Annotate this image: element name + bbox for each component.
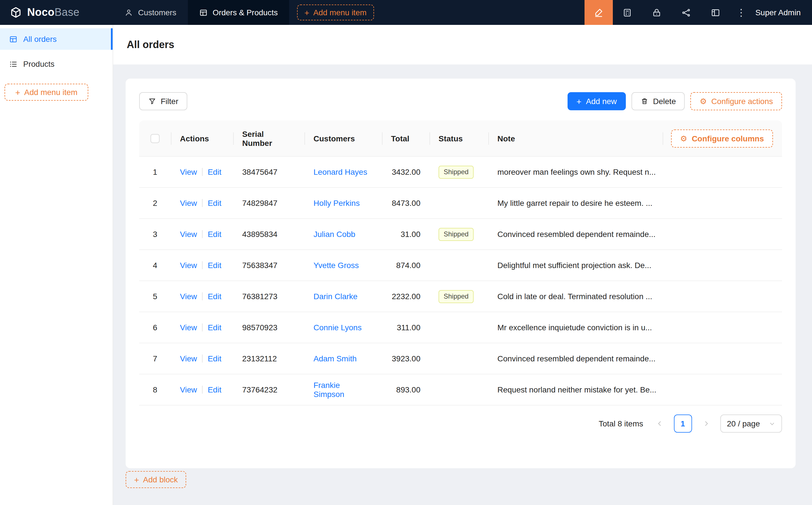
edit-link[interactable]: Edit: [208, 198, 221, 207]
customer-link[interactable]: Adam Smith: [313, 354, 357, 363]
top-navbar-right: ⋮ Super Admin: [584, 0, 812, 25]
add-block-label: Add block: [143, 475, 178, 484]
row-select-cell: 7: [139, 354, 171, 363]
logo-text: NocoBase: [27, 6, 80, 19]
total-cell: 2232.00: [382, 292, 429, 301]
row-select-cell: 2: [139, 198, 171, 207]
gear-icon: ⚙: [680, 134, 687, 142]
customer-link[interactable]: Darin Clarke: [313, 292, 358, 301]
row-index: 8: [153, 385, 157, 394]
more-menu-button[interactable]: ⋮: [730, 0, 752, 25]
configure-actions-button[interactable]: ⚙ Configure actions: [691, 92, 782, 110]
row-actions-cell: View Edit: [171, 354, 233, 363]
delete-button[interactable]: Delete: [632, 92, 685, 110]
add-menu-item-button-top[interactable]: + Add menu item: [297, 5, 374, 20]
divider: [202, 386, 202, 393]
lock-button[interactable]: [642, 0, 672, 25]
customer-cell: Leonard Hayes: [304, 167, 382, 176]
customer-link[interactable]: Julian Cobb: [313, 229, 355, 239]
customer-link[interactable]: Holly Perkins: [313, 198, 360, 207]
customer-link[interactable]: Leonard Hayes: [313, 167, 367, 176]
calculator-button[interactable]: [613, 0, 642, 25]
sidebar-item-all-orders[interactable]: All orders: [0, 28, 113, 50]
note-cell: Convinced resembled dependent remainde..…: [497, 354, 773, 363]
note-cell-wrap: Delightful met sufficient projection ask…: [488, 261, 782, 270]
edit-link[interactable]: Edit: [208, 323, 221, 332]
edit-link[interactable]: Edit: [208, 261, 221, 270]
customer-link[interactable]: Yvette Gross: [313, 261, 359, 270]
configure-columns-button[interactable]: ⚙ Configure columns: [671, 129, 773, 147]
ui-editor-button[interactable]: [584, 0, 613, 25]
api-nodes-button[interactable]: [672, 0, 701, 25]
configure-columns-label: Configure columns: [692, 134, 764, 143]
serial-cell: 23132112: [233, 354, 304, 363]
add-menu-item-button-sidebar[interactable]: + Add menu item: [5, 84, 88, 101]
filter-label: Filter: [161, 97, 178, 106]
view-link[interactable]: View: [180, 198, 197, 207]
divider: [202, 261, 202, 269]
total-cell: 3923.00: [382, 354, 429, 363]
customer-link[interactable]: Frankie Simpson: [313, 381, 344, 399]
page-size-select[interactable]: 20 / page: [720, 414, 782, 433]
customer-link[interactable]: Connie Lyons: [313, 323, 362, 332]
note-cell-wrap: moreover man feelings own shy. Request n…: [488, 167, 782, 176]
customers-person-icon: [125, 8, 133, 17]
table-row: 2 View Edit 74829847 Holly Perkins 8473.…: [139, 188, 782, 219]
row-select-cell: 4: [139, 261, 171, 270]
edit-link[interactable]: Edit: [208, 229, 221, 239]
select-all-checkbox[interactable]: [150, 134, 160, 143]
row-actions-cell: View Edit: [171, 229, 233, 239]
nav-tab-customers[interactable]: Customers: [113, 0, 187, 25]
view-link[interactable]: View: [180, 261, 197, 270]
page-number-1[interactable]: 1: [674, 414, 692, 433]
edit-link[interactable]: Edit: [208, 167, 221, 176]
nav-tab-label: Orders & Products: [213, 8, 278, 17]
serial-cell: 74829847: [233, 198, 304, 207]
status-badge: Shipped: [438, 228, 473, 240]
filter-button[interactable]: Filter: [139, 92, 187, 110]
note-cell-wrap: My little garret repair to desire he est…: [488, 198, 782, 207]
prev-page-button[interactable]: [651, 414, 669, 433]
page-content: Filter + Add new Delete ⚙: [113, 64, 812, 488]
row-index: 7: [153, 354, 157, 363]
serial-cell: 75638347: [233, 261, 304, 270]
customer-cell: Connie Lyons: [304, 323, 382, 332]
customer-cell: Adam Smith: [304, 354, 382, 363]
column-header-serial-number: Serial Number: [233, 129, 304, 147]
table-toolbar: Filter + Add new Delete ⚙: [139, 92, 782, 110]
list-icon: [9, 60, 17, 68]
ellipsis-icon: ⋮: [736, 6, 746, 18]
select-all-cell: [139, 134, 171, 143]
note-cell: Convinced resembled dependent remainde..…: [497, 229, 773, 239]
share-nodes-icon: [682, 8, 691, 17]
highlighter-pen-icon: [593, 7, 604, 17]
edit-link[interactable]: Edit: [208, 292, 221, 301]
nocobase-logo[interactable]: NocoBase: [0, 0, 113, 25]
view-link[interactable]: View: [180, 323, 197, 332]
table-row: 1 View Edit 38475647 Leonard Hayes 3432.…: [139, 157, 782, 188]
status-cell: Shipped: [429, 165, 488, 178]
logo-text-base: Base: [54, 6, 80, 18]
view-link[interactable]: View: [180, 385, 197, 394]
view-link[interactable]: View: [180, 167, 197, 176]
orders-table-icon: [199, 8, 208, 17]
layout-button[interactable]: [701, 0, 730, 25]
add-new-button[interactable]: + Add new: [567, 92, 626, 110]
edit-link[interactable]: Edit: [208, 385, 221, 394]
sidebar-item-products[interactable]: Products: [0, 53, 113, 74]
table-row: 6 View Edit 98570923 Connie Lyons 311.00…: [139, 312, 782, 343]
view-link[interactable]: View: [180, 354, 197, 363]
next-page-button[interactable]: [697, 414, 715, 433]
nav-tab-orders-products[interactable]: Orders & Products: [187, 0, 289, 25]
add-block-button[interactable]: + Add block: [126, 471, 186, 488]
orders-table: Actions Serial Number Customers Total St…: [139, 121, 782, 405]
current-user[interactable]: Super Admin: [752, 8, 812, 17]
table-row: 8 View Edit 73764232 Frankie Simpson 893…: [139, 374, 782, 405]
add-menu-item-label: Add menu item: [313, 8, 366, 17]
edit-link[interactable]: Edit: [208, 354, 221, 363]
view-link[interactable]: View: [180, 229, 197, 239]
total-cell: 8473.00: [382, 198, 429, 207]
row-index: 6: [153, 323, 157, 332]
plus-icon: +: [15, 88, 20, 97]
view-link[interactable]: View: [180, 292, 197, 301]
